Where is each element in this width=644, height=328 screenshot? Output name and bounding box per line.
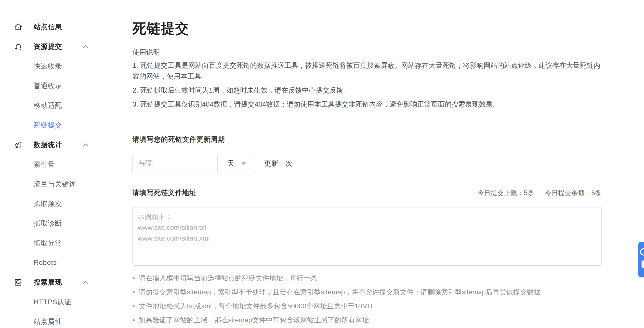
sidebar-item-label: 移动适配 xyxy=(34,101,62,110)
chart-icon xyxy=(14,141,22,149)
sidebar-item-site-info[interactable]: 站点信息 xyxy=(0,17,100,37)
feedback-pill-icon xyxy=(642,260,644,268)
sidebar-item-label: HTTPS认证 xyxy=(34,297,72,307)
sidebar-item-label: 资源提交 xyxy=(34,42,62,51)
cycle-unit-value: 天 xyxy=(228,159,234,168)
deadlink-file-textarea[interactable] xyxy=(132,207,602,266)
sidebar-item-label: Robots xyxy=(34,259,57,267)
caret-down-icon xyxy=(241,162,246,165)
note-item: •请在输入框中填写当前选择站点的死链文件地址，每行一条 xyxy=(132,274,602,282)
sidebar-item-label: 流量与关键词 xyxy=(34,179,76,189)
sidebar-item-label: 抓取诊断 xyxy=(34,219,62,228)
main-content: 死链提交 使用说明 1. 死链提交工具是网站向百度提交死链的数据推送工具，被推送… xyxy=(101,0,644,328)
sidebar-item-robots[interactable]: Robots xyxy=(0,253,100,272)
sidebar: 站点信息 资源提交 快速收录 普通收录 移动适配 xyxy=(0,0,101,328)
sidebar-item-data-statistics[interactable]: 数据统计 xyxy=(0,135,100,155)
quota-balance: 今日提交余额：5条 xyxy=(545,189,602,197)
sidebar-item-label: 索引量 xyxy=(34,160,55,169)
bullet-icon: • xyxy=(132,302,135,310)
note-item: •请勿提交索引型sitemap，索引型不予处理，且若存在索引型sitemap，将… xyxy=(132,288,602,296)
page-title: 死链提交 xyxy=(132,21,644,36)
feedback-ring-icon xyxy=(640,248,644,256)
cycle-row: 天 更新一次 xyxy=(132,154,644,173)
sidebar-item-label: 抓取频次 xyxy=(34,199,62,208)
sidebar-item-mobile-adapt[interactable]: 移动适配 xyxy=(0,96,100,115)
sidebar-item-traffic-keywords[interactable]: 流量与关键词 xyxy=(0,174,100,194)
sidebar-item-index-volume[interactable]: 索引量 xyxy=(0,155,100,174)
chevron-up-icon[interactable] xyxy=(82,279,89,286)
sidebar-item-label: 搜索展现 xyxy=(34,278,62,287)
link-submit-icon xyxy=(14,43,22,51)
usage-instruction-1: 1. 死链提交工具是网站向百度提交死链的数据推送工具，被推送死链将被百度搜索屏蔽… xyxy=(132,60,602,82)
usage-instruction-3: 3. 死链提交工具仅识别404数据，请提交404数据；请勿使用本工具提交非死链内… xyxy=(132,99,602,110)
sidebar-item-crawl-diagnosis[interactable]: 抓取诊断 xyxy=(0,214,100,233)
usage-instruction-2: 2. 死链抓取后生效时间为1周，如超时未生效，请在反馈中心提交反馈。 xyxy=(132,85,602,96)
bullet-icon: • xyxy=(132,288,135,296)
quota-limit: 今日提交上限：5条 xyxy=(478,189,534,197)
sidebar-item-label: 站点属性 xyxy=(34,317,62,326)
file-label-row: 请填写死链文件地址 今日提交上限：5条 今日提交余额：5条 xyxy=(132,188,602,197)
sidebar-item-site-property[interactable]: 站点属性 xyxy=(0,312,100,328)
search-box-icon xyxy=(14,278,22,286)
sidebar-item-fast-include[interactable]: 快速收录 xyxy=(0,57,100,76)
sidebar-item-normal-include[interactable]: 普通收录 xyxy=(0,76,100,96)
sidebar-item-search-display[interactable]: 搜索展现 xyxy=(0,272,100,292)
chevron-up-icon[interactable] xyxy=(82,141,89,149)
sidebar-item-crawl-exception[interactable]: 抓取异常 xyxy=(0,233,100,253)
sidebar-item-label: 抓取异常 xyxy=(34,238,62,248)
cycle-input-group: 天 xyxy=(132,154,256,173)
cycle-interval-input[interactable] xyxy=(133,154,217,173)
feedback-float-tab[interactable] xyxy=(638,242,644,277)
bullet-icon: • xyxy=(132,274,135,282)
chevron-up-icon[interactable] xyxy=(82,43,89,50)
cycle-suffix-label: 更新一次 xyxy=(264,159,293,168)
sidebar-item-label: 普通收录 xyxy=(34,81,62,91)
cycle-section-label: 请填写您的死链文件更新周期 xyxy=(132,135,644,144)
bullet-icon: • xyxy=(132,316,135,324)
sidebar-item-label: 站点信息 xyxy=(34,22,62,32)
file-section-label: 请填写死链文件地址 xyxy=(132,188,196,197)
cycle-unit-select[interactable]: 天 xyxy=(217,154,256,173)
sidebar-item-resource-submit[interactable]: 资源提交 xyxy=(0,37,100,57)
page: 站点信息 资源提交 快速收录 普通收录 移动适配 xyxy=(0,0,644,328)
note-item: •如果验证了网站的主域，那么sitemap文件中可包含该网站主域下的所有网址 xyxy=(132,316,602,324)
sidebar-item-label: 快速收录 xyxy=(34,62,62,71)
note-item: •文件地址格式为txt或xml，每个地址文件最多包含50000个网址且需小于10… xyxy=(132,302,602,310)
sidebar-item-label: 死链提交 xyxy=(34,121,62,130)
sidebar-item-label: 数据统计 xyxy=(34,140,62,150)
quota-info: 今日提交上限：5条 今日提交余额：5条 xyxy=(478,189,602,197)
sidebar-item-crawl-frequency[interactable]: 抓取频次 xyxy=(0,194,100,214)
usage-heading: 使用说明 xyxy=(132,48,644,57)
sidebar-item-deadlink-submit-active[interactable]: 死链提交 xyxy=(0,115,100,135)
home-icon xyxy=(14,23,22,31)
notes-list: •请在输入框中填写当前选择站点的死链文件地址，每行一条 •请勿提交索引型site… xyxy=(132,274,602,324)
sidebar-item-https-cert[interactable]: HTTPS认证 xyxy=(0,292,100,312)
